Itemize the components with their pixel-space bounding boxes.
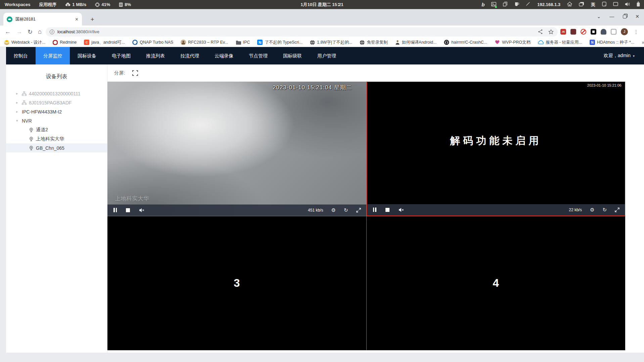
grid-2x2-button[interactable] [146,70,153,77]
nav-item-dashboard[interactable]: 控制台 [6,47,36,64]
nav-item-cloud-record[interactable]: 云端录像 [207,47,241,64]
back-button[interactable]: ← [5,28,11,35]
grid-3x3-button[interactable] [160,70,167,77]
tree-node-ipc[interactable]: ▸ IPC-HFW4433M-I2 [6,107,107,116]
browser-home-button[interactable]: ⌂ [38,28,42,35]
bookmarks-overflow-button[interactable]: » [642,40,644,45]
caret-down-icon[interactable]: ▾ [16,119,19,123]
tree-channel-1[interactable]: 通道2 [6,125,107,134]
nav-item-map[interactable]: 电子地图 [104,47,138,64]
nav-item-user-manage[interactable]: 用户管理 [310,47,344,64]
nav-item-pull-proxy[interactable]: 拉流代理 [173,47,207,64]
url-input[interactable]: i localhost:38080/#/live [46,27,558,37]
screenshot-tray-icon[interactable] [491,2,496,7]
bookmark-folder-ipc[interactable]: IPC [236,40,250,45]
clock[interactable]: 1月10日 星期二 15∶21 [301,2,343,8]
nav-item-push-list[interactable]: 推流列表 [138,47,173,64]
extension-misc-icon[interactable] [601,29,606,35]
tree-channel-3-selected[interactable]: GB_Chn_065 [6,143,107,152]
browser-tab-strip: 国标28181 ✕ + ⌄ — ✕ [0,9,644,26]
player-refresh-button[interactable]: ↻ [344,208,348,213]
forward-button[interactable]: → [16,28,22,35]
input-method-indicator[interactable]: 英 [591,2,595,8]
video-player-2[interactable]: 2023-01-10 15:21:06 解码功能未启用 [367,82,626,216]
volume-muted-button[interactable] [139,208,144,213]
bookmark-android-build[interactable]: 如何编译Android... [395,40,437,45]
stop-button[interactable] [385,208,389,212]
ip-address-indicator[interactable]: 192.168.1.3 [537,2,560,7]
split-label: 分屏: [114,70,125,76]
caret-right-icon[interactable]: ▸ [16,100,19,105]
tab-close-button[interactable]: ✕ [75,17,79,22]
extension-proxy-icon[interactable] [570,29,576,35]
reload-button[interactable]: ↻ [28,28,33,36]
nav-item-gb-devices[interactable]: 国标设备 [70,47,104,64]
tree-node-nvr[interactable]: ▾ NVR [6,116,107,125]
extension-jsonviewer-icon[interactable]: JS [560,29,566,35]
volume-tray-icon[interactable] [625,2,630,7]
bookmark-server[interactable]: 服务器 - 轻量应用... [538,40,582,45]
player-refresh-button[interactable]: ↻ [602,207,607,212]
bookmark-webstack[interactable]: Webstack - 设计... [4,40,45,45]
pause-button[interactable] [373,208,376,212]
nav-item-node-manage[interactable]: 节点管理 [241,47,275,64]
video-player-4[interactable]: 4 [367,216,626,351]
nav-item-gb-cascade[interactable]: 国标级联 [275,47,310,64]
tree-node-device-1[interactable]: ▸ 44020000013200000111 [6,89,107,98]
window-switcher-tray-icon[interactable] [579,2,584,7]
pause-button[interactable] [113,208,117,212]
player-placeholder-number: 4 [367,216,626,351]
profile-avatar[interactable]: J [621,28,628,35]
fullscreen-button[interactable] [132,70,139,77]
player-settings-button[interactable]: ⚙ [590,207,594,212]
player-fullscreen-button[interactable] [356,208,361,213]
restore-button[interactable] [623,15,627,18]
web-page: 控制台 分屏监控 国标设备 电子地图 推流列表 拉流代理 云端录像 节点管理 国… [0,47,644,362]
extension-adblock-icon[interactable] [581,29,586,35]
bookmark-github[interactable]: hairrrrr/C-CrashC... [444,40,487,45]
bookmark-star-icon[interactable] [548,29,554,35]
tab-search-chevron-icon[interactable]: ⌄ [597,14,601,19]
share-icon[interactable] [538,29,543,34]
tablet-tray-icon[interactable] [602,2,606,7]
display-tray-icon[interactable] [613,2,618,7]
video-player-1[interactable]: 2023-01-10 15:21:04 星期二 上地科实大华 [107,82,366,216]
tree-node-device-2[interactable]: ▸ 8J01915PAGB3ADF [6,98,107,107]
clipboard-tray-icon[interactable] [503,2,507,7]
workspaces-button[interactable]: Workspaces [5,2,30,7]
volume-muted-button[interactable] [399,208,404,212]
extension-outline-icon[interactable] [611,29,616,35]
bookmark-qnap[interactable]: QNAP Turbo NAS [132,40,173,45]
color-picker-tray-icon[interactable] [526,2,531,7]
minimize-button[interactable]: — [609,14,614,19]
bookmark-article-1[interactable]: 1.8W字|了不起的... [310,40,352,45]
player-settings-button[interactable]: ⚙ [331,208,335,213]
browser-tab[interactable]: 国标28181 ✕ [3,13,82,26]
bookmark-wvp-docs[interactable]: WVP-PRO文档 [495,40,531,45]
user-menu[interactable]: 欢迎，admin ▾ [604,53,644,59]
bookmark-csdn[interactable]: C java、android可... [84,40,125,45]
caret-right-icon[interactable]: ▸ [16,91,19,96]
battery-tray-icon[interactable] [637,2,640,8]
bookmark-hdatmos[interactable]: N HDAtmos :: 种子 *... [590,40,634,45]
bookmark-zhihu[interactable]: 知 了不起的 TypeScri... [257,40,303,45]
site-info-icon[interactable]: i [50,30,54,34]
bookmark-rfc2833[interactable]: RFC2833 – RTP Ev... [181,40,228,45]
player-fullscreen-button[interactable] [615,208,619,212]
tree-channel-2[interactable]: 上地科实大华 [6,134,107,143]
bing-tray-icon[interactable]: b [481,2,485,7]
extension-dark-reader-icon[interactable] [591,29,596,35]
caret-right-icon[interactable]: ▸ [16,109,19,114]
globe-icon [360,40,365,45]
home-tray-icon[interactable] [567,2,572,7]
nav-item-split-screen[interactable]: 分屏监控 [36,47,70,64]
new-tab-button[interactable]: + [88,15,97,24]
bookmark-nologin-copy[interactable]: 免登录复制 [360,40,388,45]
window-close-button[interactable]: ✕ [635,14,639,19]
applications-menu[interactable]: 应用程序 [39,2,56,8]
video-player-3[interactable]: 3 [107,216,366,351]
stop-button[interactable] [126,208,130,212]
browser-menu-button[interactable]: ⋮ [632,29,640,35]
bookmark-redmine[interactable]: Redmine [53,40,77,45]
caffeine-tray-icon[interactable] [514,2,519,7]
